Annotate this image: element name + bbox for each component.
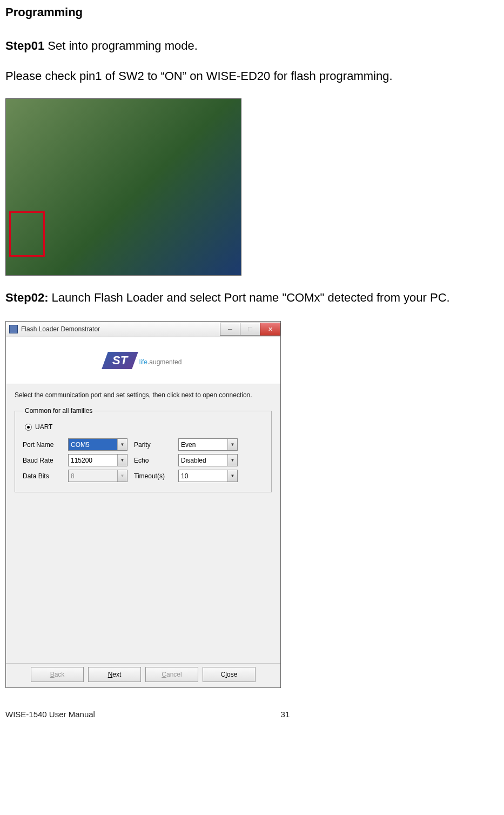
label-baud-rate: Baud Rate: [23, 457, 62, 464]
echo-select[interactable]: Disabled ▼: [178, 454, 238, 466]
instruction-text: Select the communication port and set se…: [15, 391, 272, 399]
section-heading: Programming: [5, 5, 499, 19]
chevron-down-icon: ▼: [117, 455, 127, 466]
titlebar: Flash Loader Demonstrator ─ ☐ ✕: [6, 322, 280, 337]
step02-text: Launch Flash Loader and select Port name…: [48, 291, 449, 304]
app-icon: [9, 325, 18, 333]
body-text-1: Please check pin1 of SW2 to “ON” on WISE…: [5, 69, 499, 83]
label-echo: Echo: [134, 457, 172, 464]
flash-loader-window: Flash Loader Demonstrator ─ ☐ ✕ ST life.…: [5, 321, 281, 688]
data-bits-select: 8 ▼: [68, 470, 127, 482]
page-footer: WISE-1540 User Manual 31: [5, 710, 475, 719]
label-timeout: Timeout(s): [134, 472, 172, 480]
st-logo-icon: ST: [102, 352, 138, 369]
step02-label: Step02:: [5, 291, 48, 304]
port-name-select[interactable]: COM5 ▼: [68, 438, 127, 451]
footer-left: WISE-1540 User Manual: [5, 710, 95, 719]
step02-line: Step02: Launch Flash Loader and select P…: [5, 291, 499, 305]
parity-select[interactable]: Even ▼: [178, 438, 238, 451]
logo-area: ST life.augmented: [6, 337, 280, 384]
next-button[interactable]: Next: [88, 667, 141, 682]
cancel-button: Cancel: [145, 667, 198, 682]
chevron-down-icon: ▼: [117, 470, 127, 482]
minimize-button[interactable]: ─: [220, 323, 240, 336]
step01-line: Step01 Set into programming mode.: [5, 39, 499, 53]
maximize-button: ☐: [240, 323, 260, 336]
back-button: Back: [31, 667, 84, 682]
chevron-down-icon: ▼: [227, 455, 237, 466]
st-tagline: life.augmented: [139, 358, 182, 366]
radio-dot-icon: [25, 424, 32, 431]
step01-label: Step01: [5, 39, 44, 52]
chevron-down-icon: ▼: [227, 470, 237, 482]
common-fieldset: Common for all families UART Port Name C…: [15, 407, 272, 492]
chevron-down-icon: ▼: [227, 439, 237, 450]
chevron-down-icon: ▼: [117, 439, 127, 450]
sw2-highlight-box: [9, 211, 45, 257]
timeout-select[interactable]: 10 ▼: [178, 470, 238, 482]
label-data-bits: Data Bits: [23, 472, 62, 480]
close-window-button[interactable]: ✕: [260, 323, 280, 336]
uart-label: UART: [35, 423, 52, 431]
close-button[interactable]: Close: [203, 667, 256, 682]
label-port-name: Port Name: [23, 441, 62, 449]
label-parity: Parity: [134, 441, 172, 449]
button-bar: Back Next Cancel Close: [6, 663, 280, 687]
baud-rate-select[interactable]: 115200 ▼: [68, 454, 127, 466]
fieldset-legend: Common for all families: [23, 407, 95, 415]
uart-radio[interactable]: UART: [25, 423, 264, 431]
footer-page-number: 31: [281, 710, 290, 719]
window-title: Flash Loader Demonstrator: [21, 325, 220, 333]
board-photo: [5, 98, 241, 276]
step01-text: Set into programming mode.: [44, 39, 198, 52]
